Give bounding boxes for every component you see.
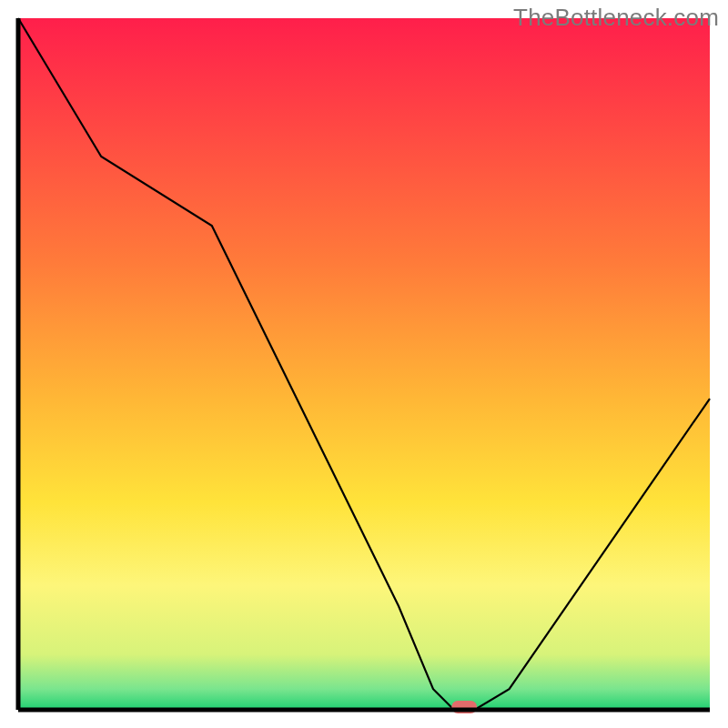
chart-svg: [0, 0, 728, 728]
bottleneck-chart: TheBottleneck.com: [0, 0, 728, 728]
plot-area: [18, 18, 710, 713]
gradient-background: [18, 18, 710, 710]
watermark-label: TheBottleneck.com: [513, 4, 719, 32]
